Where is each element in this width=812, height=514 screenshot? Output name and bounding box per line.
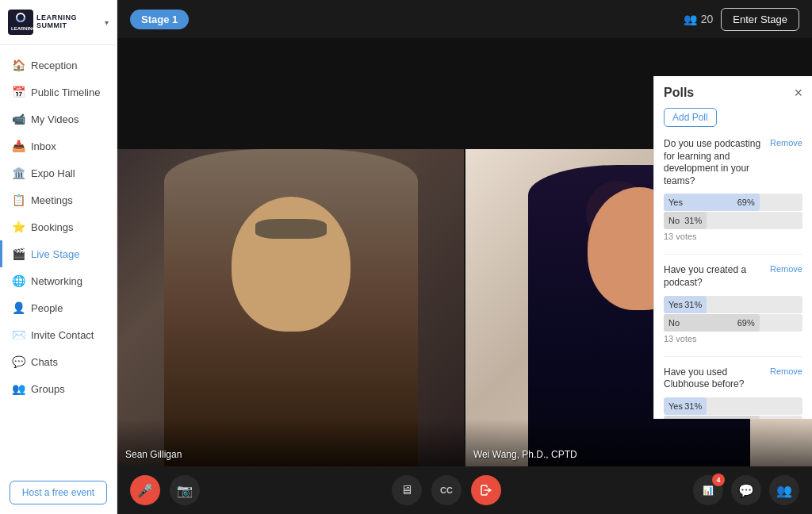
polls-badge: 4 [712,474,725,486]
svg-text:LEARNING: LEARNING [11,26,33,31]
poll-remove-2[interactable]: Remove [770,264,802,274]
polls-header: Polls × [664,86,802,100]
host-free-event-button[interactable]: Host a free event [10,481,107,504]
sidebar-item-label: Networking [31,275,82,287]
poll-remove-1[interactable]: Remove [770,138,802,148]
sidebar-item-invite-contact[interactable]: ✉️ Invite Contact [0,321,117,348]
sidebar-item-label: People [31,302,63,314]
poll-question-3: Have you used Clubhouse before? [664,366,767,391]
polls-button[interactable]: 📊 4 [693,475,723,505]
meetings-icon: 📋 [12,194,25,206]
screen-share-button[interactable]: 🖥 [392,475,422,505]
controls-right: 📊 4 💬 👥 [693,475,799,505]
poll-pct-no-2: 69% [737,318,755,328]
calendar-icon: 📅 [12,86,25,98]
video-slot-left: Sean Gilligan [117,149,464,466]
topbar-right: 👥 20 Enter Stage [684,8,799,31]
chats-icon: 💬 [12,355,25,368]
sidebar-item-public-timeline[interactable]: 📅 Public Timeline [0,79,117,105]
poll-bar-yes-2: Yes 31% [664,296,802,313]
sidebar-item-people[interactable]: 👤 People [0,294,117,321]
poll-bar-fill-no-3: No 69% [664,416,760,419]
poll-bar-fill-yes-2: Yes 31% [664,296,707,313]
sidebar-item-bookings[interactable]: ⭐ Bookings [0,213,117,240]
sidebar-item-label: Reception [31,59,78,71]
bookings-icon: ⭐ [12,221,25,233]
sidebar: LEARNING LEARNING SUMMIT ▾ 🏠 Reception 📅… [0,0,117,514]
sidebar-item-chats[interactable]: 💬 Chats [0,348,117,375]
sidebar-item-label: Inbox [31,140,56,152]
poll-remove-3[interactable]: Remove [770,366,802,376]
sidebar-item-label: Expo Hall [31,167,75,179]
sidebar-item-live-stage[interactable]: 🎬 Live Stage [0,240,117,267]
sidebar-item-inbox[interactable]: 📥 Inbox [0,132,117,159]
live-stage-icon: 🎬 [12,247,25,260]
controls-center: 🖥 CC [392,475,501,505]
poll-option-label-yes-2: Yes [668,300,683,309]
people-count-value: 20 [701,13,714,25]
poll-bar-fill-yes-1: Yes 69% [664,194,760,211]
poll-bar-fill-no-2: No 69% [664,314,760,332]
glasses-left [255,219,327,239]
home-icon: 🏠 [12,59,25,71]
enter-stage-button[interactable]: Enter Stage [721,8,799,31]
add-poll-button[interactable]: Add Poll [664,108,717,127]
sidebar-item-label: My Videos [31,113,79,125]
sidebar-item-reception[interactable]: 🏠 Reception [0,52,117,79]
groups-icon: 👥 [12,382,25,395]
polls-icon: 📊 [703,485,714,496]
caption-button[interactable]: CC [431,475,462,505]
polls-close-button[interactable]: × [794,86,802,100]
mic-mute-button[interactable]: 🎤 [130,475,160,505]
poll-votes-2: 13 votes [664,334,802,343]
poll-item-3: Have you used Clubhouse before? Remove Y… [664,366,802,419]
logo: LEARNING LEARNING SUMMIT [8,10,77,35]
poll-bar-no-1: No 31% [664,212,802,229]
sidebar-item-label: Groups [31,383,65,395]
poll-bar-no-2: No 69% [664,314,802,332]
poll-divider-1 [664,254,802,255]
poll-bar-fill-yes-3: Yes 31% [664,397,707,415]
poll-question-row-1: Do you use podcasting for learning and d… [664,138,802,187]
stage-badge: Stage 1 [130,10,189,29]
camera-button[interactable]: 📷 [170,475,200,505]
sidebar-item-my-videos[interactable]: 📹 My Videos [0,105,117,132]
sidebar-bottom: Host a free event [0,471,117,514]
poll-bar-yes-1: Yes 69% [664,194,802,211]
logo-icon: LEARNING [8,10,33,35]
sidebar-item-label: Bookings [31,221,73,233]
polls-panel: Polls × Add Poll Do you use podcasting f… [653,76,812,419]
leave-button[interactable] [471,475,501,505]
sidebar-item-expo-hall[interactable]: 🏛️ Expo Hall [0,159,117,186]
chevron-down-icon[interactable]: ▾ [105,18,109,27]
poll-pct-yes-2: 31% [684,300,702,309]
poll-option-label-yes-3: Yes [668,401,683,411]
poll-pct-no-1: 31% [684,216,702,225]
poll-item-2: Have you created a podcast? Remove Yes 3… [664,264,802,343]
video-area: Sean Gilligan Wei Wang, Ph.D., CPTD Poll… [117,38,812,466]
topbar: Stage 1 👥 20 Enter Stage [117,0,812,38]
poll-bar-yes-3: Yes 31% [664,397,802,415]
controls-left: 🎤 📷 [130,475,200,505]
video-icon: 📹 [12,113,25,125]
networking-icon: 🌐 [12,274,25,287]
sidebar-item-networking[interactable]: 🌐 Networking [0,267,117,294]
poll-question-1: Do you use podcasting for learning and d… [664,138,767,187]
poll-bar-no-3: No 69% [664,416,802,419]
chat-button[interactable]: 💬 [731,475,761,505]
sidebar-logo-area: LEARNING LEARNING SUMMIT ▾ [0,0,117,45]
poll-divider-2 [664,356,802,357]
poll-question-row-2: Have you created a podcast? Remove [664,264,802,289]
poll-option-label-yes-1: Yes [668,198,683,207]
people-count: 👥 20 [684,13,714,25]
poll-question-2: Have you created a podcast? [664,264,767,289]
sidebar-item-label: Chats [31,356,58,368]
poll-option-label-no-2: No [668,318,680,328]
video-label-right: Wei Wang, Ph.D., CPTD [473,449,577,460]
sidebar-item-groups[interactable]: 👥 Groups [0,375,117,402]
participants-button[interactable]: 👥 [769,475,799,505]
expo-icon: 🏛️ [12,167,25,179]
people-count-icon: 👥 [684,13,697,25]
sidebar-item-label: Meetings [31,194,73,206]
sidebar-item-meetings[interactable]: 📋 Meetings [0,186,117,213]
